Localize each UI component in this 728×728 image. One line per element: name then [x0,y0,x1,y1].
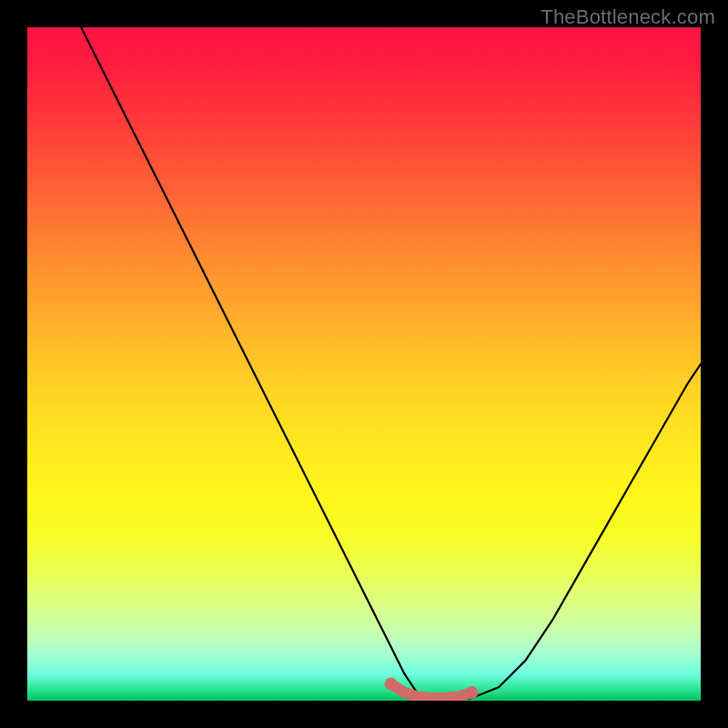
plot-area [27,27,701,701]
curve-svg [27,27,701,701]
valley-highlight-curve [391,684,472,699]
valley-endpoint-right [465,686,478,699]
watermark-text: TheBottleneck.com [541,5,715,29]
chart-frame: TheBottleneck.com [0,0,728,728]
valley-endpoint-left [385,678,398,691]
bottleneck-curve [81,27,701,700]
